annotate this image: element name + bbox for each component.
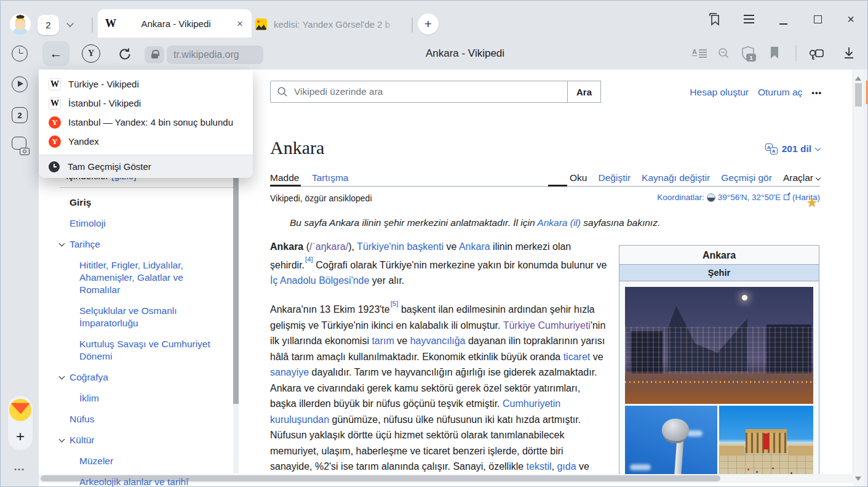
login-link[interactable]: Oturum aç — [758, 87, 802, 98]
profile-avatar[interactable] — [10, 14, 31, 34]
coordinates-label[interactable]: Koordinatlar: — [657, 193, 704, 202]
chevron-down-icon — [816, 175, 821, 180]
tab-degistir[interactable]: Değiştir — [599, 172, 631, 183]
article-link[interactable]: Türkiye'nin — [357, 241, 404, 252]
vertical-scrollbar[interactable] — [853, 70, 864, 487]
toc-item[interactable]: Müzeler — [58, 455, 213, 467]
toc-item[interactable]: Coğrafya — [58, 371, 220, 384]
article-link[interactable]: tekstil — [527, 461, 552, 472]
tab-madde[interactable]: Madde — [270, 172, 299, 183]
search-button[interactable]: Ara — [567, 81, 601, 103]
toc-item[interactable]: Etimoloji — [58, 217, 220, 230]
tools-menu[interactable]: Araçlar — [783, 172, 820, 183]
history-item[interactable]: YIstanbul — Yandex: 4 bin sonuç bulundu — [39, 113, 253, 132]
history-item-label: Yandex — [68, 136, 99, 147]
history-item[interactable]: WTürkiye - Vikipedi — [39, 74, 253, 94]
back-button[interactable]: ← — [42, 41, 70, 66]
article-link[interactable]: hayvancılığa — [410, 336, 466, 346]
bookmarks-panel-button[interactable] — [703, 1, 725, 38]
wiki-search-box[interactable] — [270, 81, 568, 103]
article-link[interactable]: başkenti — [407, 241, 444, 252]
article-link[interactable]: Türkiye Cumhuriyeti — [503, 320, 591, 331]
history-icon[interactable] — [12, 46, 28, 62]
language-icon: AA — [765, 143, 778, 155]
bold-text: Ankara — [270, 241, 303, 252]
passwords-key-icon[interactable] — [808, 46, 825, 61]
toc-item[interactable]: Arkeolojik alanlar ve tarihî kalıntılar — [58, 476, 213, 487]
scroll-up-arrow[interactable] — [855, 73, 861, 81]
history-item[interactable]: YYandex — [39, 132, 253, 151]
tabs-panel-icon[interactable]: 2 — [12, 107, 28, 123]
reference-link[interactable]: [5] — [391, 300, 399, 307]
tab-counter[interactable]: 2 — [38, 14, 84, 35]
toc-item[interactable]: Nüfus — [58, 413, 220, 425]
tab-gecmisi-gor[interactable]: Geçmişi gör — [721, 172, 772, 183]
yandex-mail-icon[interactable] — [9, 399, 31, 421]
chevron-down-icon[interactable] — [59, 241, 65, 247]
article-link[interactable]: Ankara — [459, 241, 490, 252]
media-play-icon[interactable] — [12, 76, 28, 92]
coordinates-value[interactable]: 39°56′N, 32°50′E — [718, 193, 781, 202]
tab-tartisma[interactable]: Tartışma — [312, 172, 348, 183]
reload-button[interactable] — [116, 45, 134, 63]
toc-item[interactable]: Giriş — [58, 196, 220, 209]
toc-item[interactable]: Kurtuluş Savaşı ve Cumhuriyet Dönemi — [58, 338, 213, 363]
article-link[interactable]: ticaret — [563, 352, 591, 362]
new-tab-button[interactable]: + — [418, 14, 439, 34]
history-item-label: Türkiye - Vikipedi — [68, 79, 139, 89]
search-input[interactable] — [293, 86, 567, 98]
personal-tools-menu-icon[interactable]: ••• — [811, 88, 822, 97]
maximize-button[interactable] — [806, 1, 829, 38]
toc-item[interactable]: İklim — [58, 392, 213, 404]
bookmark-icon[interactable] — [770, 46, 779, 59]
scrollbar-thumb[interactable] — [233, 172, 239, 404]
wikipedia-icon: W — [49, 97, 61, 110]
menu-button[interactable] — [738, 1, 760, 38]
reference-link[interactable]: [4] — [305, 256, 313, 263]
history-item[interactable]: Wİstanbul - Vikipedi — [39, 94, 253, 113]
toc-item[interactable]: Hititler, Frigler, Lidyalılar, Ahamenişl… — [58, 259, 213, 296]
toc-scrollbar[interactable] — [233, 172, 239, 473]
address-bar[interactable]: tr.wikipedia.org — [167, 46, 263, 64]
ankara-night-skyline-image[interactable] — [625, 287, 813, 404]
screenshot-icon[interactable] — [12, 137, 28, 153]
chevron-down-icon[interactable] — [59, 437, 65, 443]
close-window-button[interactable]: × — [840, 1, 862, 38]
article-link[interactable]: /ˈaŋkara/ — [309, 241, 348, 252]
tab-oku[interactable]: Oku — [570, 172, 587, 183]
reader-mode-icon[interactable]: A — [692, 48, 707, 59]
history-item-label: İstanbul - Vikipedi — [68, 98, 141, 108]
minimize-button[interactable] — [772, 1, 794, 38]
language-selector[interactable]: AA 201 dil — [733, 143, 820, 155]
toc-item[interactable]: Selçuklular ve Osmanlı İmparatorluğu — [58, 305, 213, 329]
create-account-link[interactable]: Hesap oluştur — [690, 87, 749, 98]
download-icon[interactable] — [842, 46, 856, 60]
yandex-images-favicon — [255, 18, 267, 30]
toc-item[interactable]: Kültür — [58, 434, 220, 446]
scroll-down-arrow[interactable] — [855, 477, 861, 484]
chevron-down-icon[interactable] — [59, 374, 65, 380]
tab-kaynagi-degistir[interactable]: Kaynağı değiştir — [642, 172, 710, 183]
browser-window: 2 W Ankara - Vikipedi × kedisi: Yandex G… — [0, 0, 868, 487]
toc-item[interactable]: Tarihçe — [58, 238, 220, 251]
article-link[interactable]: tarım — [372, 336, 394, 346]
tab-ankara-vikipedi[interactable]: W Ankara - Vikipedi × — [98, 9, 252, 38]
show-full-history-item[interactable]: Tam Geçmişi Göster — [39, 155, 253, 178]
tab-count-badge[interactable]: 2 — [38, 15, 59, 35]
scrollbar-thumb[interactable] — [855, 83, 862, 107]
site-security-button[interactable] — [145, 46, 164, 63]
globe-icon[interactable] — [707, 193, 715, 202]
article-link[interactable]: Ankara (il) — [537, 217, 581, 228]
table-of-contents: İçindekiler [gizle] GirişEtimolojiTarihç… — [58, 171, 237, 487]
article-link[interactable]: gıda — [557, 461, 576, 472]
sidebar-more-icon[interactable]: ••• — [1, 465, 39, 473]
article-link[interactable]: İç Anadolu Bölgesi'nde — [270, 275, 369, 286]
article-title: Ankara — [270, 137, 324, 158]
chevron-down-icon[interactable] — [66, 20, 73, 26]
close-tab-icon[interactable]: × — [236, 17, 244, 30]
zoom-out-icon[interactable] — [717, 46, 731, 61]
yandex-home-button[interactable]: Y — [82, 44, 100, 63]
article-link[interactable]: sanayiye — [270, 367, 309, 377]
add-panel-button[interactable]: + — [8, 428, 33, 445]
protect-shield-icon[interactable]: 1 — [740, 45, 756, 62]
